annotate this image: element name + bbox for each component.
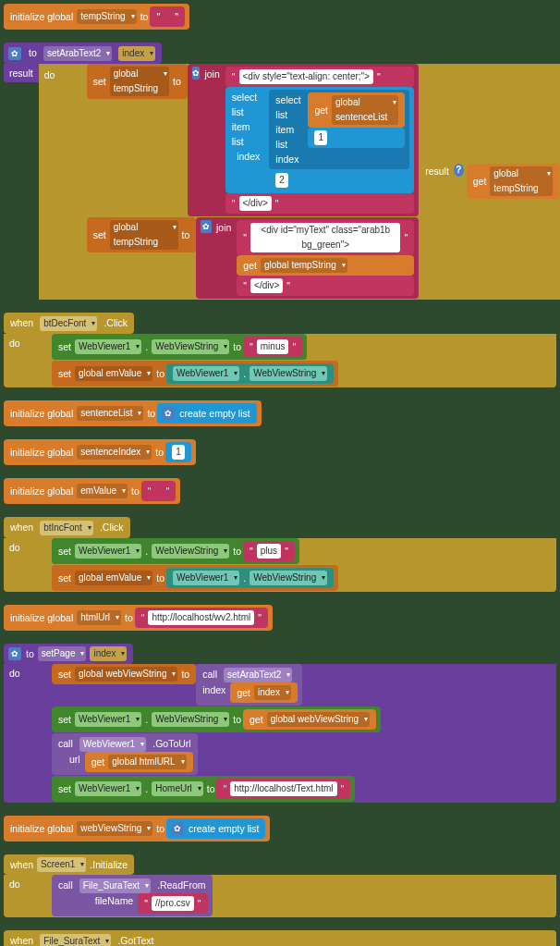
gear-icon[interactable] [192,67,201,80]
set-block[interactable]: set global emValue to WebViewer1 . WebVi… [52,565,338,591]
block-init-sentencelist: initialize global sentenceList to create… [4,400,556,426]
block-proc-setarabtext2: to setArabText2 index result do set glob… [4,43,556,300]
get-block[interactable]: get index [230,682,298,703]
get-block[interactable]: get global tempString [237,255,414,276]
get-block[interactable]: get global webViewString [243,709,376,730]
block-when-btincfont: when btIncFont .Click do set WebViewer1 … [4,517,556,592]
init-global-block[interactable]: initialize global emValue to " " [4,478,180,504]
init-global-block[interactable]: initialize global htmlUrl to " http://lo… [4,605,273,631]
block-init-sentenceindex: initialize global sentenceIndex to 1 [4,439,556,465]
set-block-1[interactable]: set global tempString to [87,64,188,99]
set-block-2[interactable]: set global tempString to [87,217,197,252]
join-block-2[interactable]: join " <div id="myText" class="arab1b bg… [196,217,419,299]
init-global-block[interactable]: initialize global tempString to " " [4,4,189,30]
set-prop-block[interactable]: set WebViewer1 . HomeUrl to " http://loc… [52,776,355,802]
gear-icon[interactable] [162,407,175,420]
select-list-outer[interactable]: select list item list index select list … [225,87,414,193]
string-block[interactable]: " <div style="text-align: center;"> " [225,67,414,87]
result-label: result [423,164,451,178]
string-block[interactable]: " " [141,481,176,501]
event-block[interactable]: when File_SuraText .GotText text [4,930,556,946]
to-label: to [27,47,39,58]
get-block[interactable]: get global tempString [467,164,559,199]
block-when-gottext: when File_SuraText .GotText text do set … [4,930,556,946]
string-block[interactable]: " </div> " [237,276,414,296]
set-block[interactable]: set global webViewString to [52,664,196,684]
help-icon[interactable] [454,164,464,177]
to-label: to [139,9,151,24]
get-block[interactable]: get global htmlURL [85,752,193,772]
block-proc-setpage: to setPage index do set global webViewSt… [4,644,556,803]
create-empty-list-block[interactable]: create empty list [157,403,256,424]
string-block[interactable]: " //pro.csv " [138,893,207,914]
event-block[interactable]: when btDecFont .Click [4,313,134,334]
create-empty-list-block[interactable]: create empty list [166,818,265,839]
string-block[interactable]: " minus " [243,337,302,357]
block-init-tempstring: initialize global tempString to " " [4,4,556,30]
gear-icon[interactable] [8,47,21,60]
proc-name[interactable]: setArabText2 [43,46,112,61]
do-label: do [39,64,87,300]
procedure-def[interactable]: to setArabText2 index [4,43,162,64]
init-global-block[interactable]: initialize global webViewString to creat… [4,816,270,842]
param-name[interactable]: index [118,46,155,61]
gear-icon[interactable] [201,220,212,233]
number-block[interactable]: 1 [308,128,405,148]
string-block[interactable]: " http://localhost/Text.html " [216,779,350,799]
string-block[interactable]: " <div id="myText" class="arab1b bg_gree… [237,220,414,255]
select-list-inner[interactable]: select list item list index get global s [269,90,409,169]
gear-icon[interactable] [171,822,184,835]
var-name[interactable]: tempString [77,9,136,24]
set-block[interactable]: set global emValue to WebViewer1 . WebVi… [52,361,338,387]
do-result-block: do set global tempString to join [39,64,560,300]
block-when-btdecfont: when btDecFont .Click do set WebViewer1 … [4,313,556,387]
join-block-1[interactable]: join " <div style="text-align: center;">… [188,64,419,216]
string-block[interactable]: " http://localhost/wv2.html " [135,608,268,628]
event-block[interactable]: when Screen1 .Initialize [4,854,134,875]
block-when-screen1-init: when Screen1 .Initialize do call File_Su… [4,854,556,917]
get-block[interactable]: get global sentenceList [308,92,405,128]
result-label: result [7,68,35,79]
set-prop-block[interactable]: set WebViewer1 . WebViewString to get gl… [52,706,381,732]
gear-icon[interactable] [8,647,21,660]
label: initialize global [8,9,75,24]
block-init-htmlurl-lc: initialize global htmlUrl to " http://lo… [4,605,556,631]
string-block[interactable]: " plus " [243,541,295,561]
call-proc-block[interactable]: call setArabText2 index get index [196,664,302,706]
number-block[interactable]: 1 [165,442,191,462]
call-method-block[interactable]: call WebViewer1 .GoToUrl url get global … [52,733,198,775]
init-global-block[interactable]: initialize global sentenceIndex to 1 [4,439,196,465]
init-global-block[interactable]: initialize global sentenceList to create… [4,400,262,426]
procedure-def[interactable]: to setPage index [4,644,133,664]
number-block[interactable]: 2 [269,170,409,190]
string-block[interactable]: " </div> " [225,193,414,214]
set-prop-block[interactable]: set WebViewer1 . WebViewString to " plus… [52,538,299,564]
call-method-block[interactable]: call File_SuraText .ReadFrom fileName " … [52,875,213,916]
block-init-emvalue: initialize global emValue to " " [4,478,556,504]
event-block[interactable]: when btIncFont .Click [4,517,130,538]
block-init-webviewstring: initialize global webViewString to creat… [4,816,556,842]
string-block[interactable]: " " [150,6,184,27]
get-prop-block[interactable]: WebViewer1 . WebViewString [166,363,334,384]
set-prop-block[interactable]: set WebViewer1 . WebViewString to " minu… [52,334,307,360]
get-prop-block[interactable]: WebViewer1 . WebViewString [166,568,334,588]
